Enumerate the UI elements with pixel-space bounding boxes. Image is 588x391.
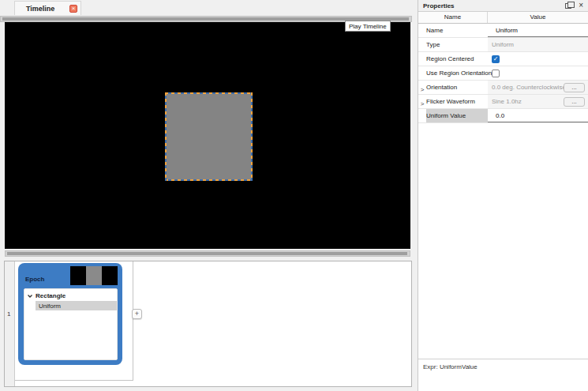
prop-row-orientation: > Orientation 0.0 deg. Counterclockwise … bbox=[418, 81, 588, 95]
prop-label-uniform-value: Uniform Value bbox=[426, 109, 488, 122]
prop-label-flicker-waveform: Flicker Waveform bbox=[426, 95, 488, 108]
use-region-orientation-checkbox[interactable] bbox=[492, 70, 500, 77]
selection-border-bottom bbox=[165, 179, 253, 181]
tab-timeline-label: Timeline bbox=[26, 5, 54, 13]
properties-panel: Properties × Name Value Name Uniform Typ… bbox=[418, 0, 588, 391]
epoch-tree: Rectangle Uniform bbox=[24, 288, 118, 360]
canvas-bottom-scrollbar[interactable] bbox=[5, 250, 410, 257]
prop-label-name: Name bbox=[426, 24, 488, 37]
prop-label-region-centered: Region Centered bbox=[426, 52, 488, 66]
region-centered-checkbox[interactable]: ✓ bbox=[492, 55, 500, 63]
chevron-down-icon[interactable] bbox=[27, 293, 33, 299]
epoch-block[interactable]: Epoch Rectangle Uniform bbox=[18, 263, 122, 365]
orientation-edit-button[interactable]: ... bbox=[564, 83, 585, 92]
prop-row-region-centered: Region Centered ✓ bbox=[418, 52, 588, 66]
track-row-number: 1 bbox=[7, 310, 10, 318]
properties-titlebar: Properties × bbox=[418, 0, 588, 12]
thumbnail-black-band bbox=[70, 266, 86, 285]
epoch-preview-thumbnail bbox=[70, 266, 118, 285]
timeline-track-panel: 1 Epoch Rectangle Uniform bbox=[4, 261, 412, 387]
tree-item-uniform-label: Uniform bbox=[39, 303, 61, 310]
footer-divider bbox=[418, 359, 588, 359]
prop-label-orientation: Orientation bbox=[426, 81, 488, 94]
add-epoch-button[interactable]: + bbox=[132, 309, 142, 319]
column-header-value: Value bbox=[488, 12, 588, 23]
type-value: Uniform bbox=[488, 38, 588, 51]
prop-row-use-region-orientation: Use Region Orientation bbox=[418, 66, 588, 81]
uniform-value-field[interactable]: 0.0 bbox=[488, 109, 588, 122]
flicker-waveform-edit-button[interactable]: ... bbox=[564, 97, 585, 107]
float-panel-icon[interactable] bbox=[565, 3, 571, 9]
epoch-cell[interactable]: Epoch Rectangle Uniform + bbox=[15, 261, 133, 381]
expand-arrow-icon[interactable]: > bbox=[421, 100, 425, 107]
editor-region: Timeline × Play Timeline 1 Epoch bbox=[0, 0, 412, 391]
orientation-value: 0.0 deg. Counterclockwise bbox=[492, 84, 566, 91]
thumbnail-gray-band bbox=[86, 266, 102, 285]
track-row-header: 1 bbox=[5, 261, 15, 386]
epoch-label: Epoch bbox=[25, 276, 44, 283]
stimulus-square[interactable] bbox=[165, 92, 253, 181]
expr-status-label: Expr: UniformValue bbox=[423, 363, 478, 370]
properties-rows: Name Uniform Type Uniform Region Centere… bbox=[418, 24, 588, 123]
prop-label-type: Type bbox=[426, 38, 488, 51]
column-header-name: Name bbox=[418, 12, 488, 23]
tree-item-uniform[interactable]: Uniform bbox=[36, 301, 117, 310]
prop-row-name: Name Uniform bbox=[418, 24, 588, 38]
prop-row-type: Type Uniform bbox=[418, 38, 588, 52]
tab-timeline[interactable]: Timeline × bbox=[14, 1, 81, 15]
close-panel-icon[interactable]: × bbox=[579, 2, 583, 9]
prop-label-use-region-orientation: Use Region Orientation bbox=[426, 66, 488, 80]
tree-item-rectangle-label: Rectangle bbox=[36, 292, 66, 299]
tree-item-rectangle[interactable]: Rectangle bbox=[24, 291, 117, 301]
scrollbar-thumb[interactable] bbox=[7, 252, 407, 255]
flicker-waveform-value: Sine 1.0hz bbox=[492, 98, 522, 105]
prop-row-uniform-value: Uniform Value 0.0 bbox=[418, 109, 588, 123]
selection-border-right bbox=[251, 92, 253, 181]
name-value-field[interactable]: Uniform bbox=[488, 24, 588, 37]
play-timeline-tooltip: Play Timeline bbox=[345, 21, 391, 32]
prop-row-flicker-waveform: > Flicker Waveform Sine 1.0hz ... bbox=[418, 95, 588, 109]
properties-title: Properties bbox=[423, 2, 565, 9]
selection-border-left bbox=[165, 92, 167, 181]
expand-arrow-icon[interactable]: > bbox=[421, 86, 425, 93]
stimulus-canvas[interactable] bbox=[5, 22, 410, 249]
tab-close-icon[interactable]: × bbox=[69, 5, 77, 13]
properties-table-header: Name Value bbox=[418, 12, 588, 24]
thumbnail-black-band bbox=[102, 266, 118, 285]
selection-border-top bbox=[165, 92, 253, 94]
